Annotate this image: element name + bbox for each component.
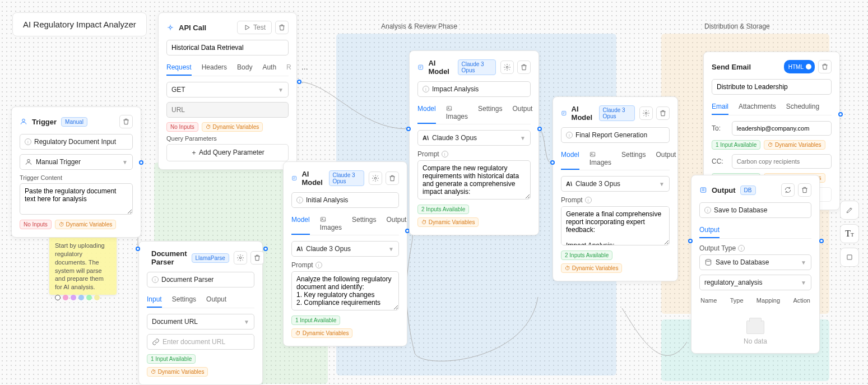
tab-model[interactable]: Model <box>417 101 436 124</box>
tab-input[interactable]: Input <box>147 292 162 308</box>
svg-point-4 <box>239 257 242 259</box>
ai1-delete-button[interactable] <box>386 171 399 185</box>
tab-headers[interactable]: Headers <box>202 60 227 76</box>
ai2-settings-button[interactable] <box>500 61 514 74</box>
tab-settings[interactable]: Settings <box>621 147 646 170</box>
tab-email[interactable]: Email <box>712 99 728 115</box>
parser-name-input[interactable]: iDocument Parser <box>147 272 254 287</box>
api-method-select[interactable]: GET▼ <box>166 82 289 98</box>
tab-output[interactable]: Output <box>656 147 676 170</box>
ai2-prompt-textarea[interactable] <box>417 160 531 200</box>
ai3-prompt-textarea[interactable] <box>561 206 670 245</box>
tab-r[interactable]: R <box>286 60 291 76</box>
dyn-vars-tag[interactable]: ⏱ Dynamic Variables <box>561 263 622 273</box>
ai3-name-input[interactable]: iFinal Report Generation <box>561 127 670 143</box>
ai1-model-select[interactable]: A\Claude 3 Opus ▼ <box>291 241 399 257</box>
api-card[interactable]: API Call Test Request Headers Body Auth … <box>158 12 297 170</box>
ai3-card[interactable]: AI Model Claude 3 Opus iFinal Report Gen… <box>553 96 678 281</box>
ai3-settings-button[interactable] <box>639 106 653 120</box>
cc-input[interactable] <box>732 154 832 169</box>
email-output-port[interactable] <box>838 112 843 117</box>
tab-output[interactable]: Output <box>206 292 226 308</box>
add-query-button[interactable]: ＋ Add Query Parameter <box>166 144 289 161</box>
tab-settings[interactable]: Settings <box>352 212 376 235</box>
tab-scheduling[interactable]: Scheduling <box>786 99 819 115</box>
to-input[interactable] <box>732 121 832 136</box>
dyn-vars-tag[interactable]: ⏱ Dynamic Variables <box>202 122 263 132</box>
api-url-input[interactable] <box>166 102 289 118</box>
parser-output-port[interactable] <box>263 247 268 251</box>
html-toggle[interactable]: HTML <box>784 60 815 73</box>
output-input-port[interactable] <box>688 239 693 243</box>
output-type-select[interactable]: Save to Database ▼ <box>699 254 811 270</box>
ai1-prompt-textarea[interactable] <box>291 271 399 310</box>
tab-images[interactable]: Images <box>590 147 611 170</box>
ai2-input-port[interactable] <box>406 127 411 131</box>
parser-input-port[interactable] <box>136 247 140 251</box>
tab-body[interactable]: Body <box>237 60 252 76</box>
dyn-vars-tag[interactable]: ⏱ Dynamic Variables <box>417 217 479 227</box>
output-type-label: Output Type <box>699 244 736 252</box>
link-icon <box>152 338 160 346</box>
tab-more[interactable]: … <box>301 60 308 76</box>
tab-settings[interactable]: Settings <box>478 101 502 124</box>
user-icon <box>25 158 33 166</box>
dyn-vars-tag[interactable]: ⏱ Dynamic Variables <box>291 328 352 338</box>
parser-delete-button[interactable] <box>250 251 264 265</box>
ai2-name-input[interactable]: iImpact Analysis <box>417 81 531 97</box>
edit-tool-button[interactable] <box>840 201 859 220</box>
ai2-delete-button[interactable] <box>517 61 531 74</box>
api-name-input[interactable] <box>166 40 289 55</box>
ai1-name-input[interactable]: iInitial Analysis <box>291 192 399 208</box>
output-output-port[interactable] <box>819 239 824 243</box>
output-card[interactable]: Output DB iSave to Database Output Outpu… <box>691 175 820 354</box>
sticky-note[interactable]: Start by uploading regulatory documents.… <box>49 236 117 295</box>
parser-url-input[interactable]: Enter document URL <box>147 334 254 350</box>
dyn-vars-tag[interactable]: ⏱ Dynamic Variables <box>55 220 116 229</box>
trigger-card[interactable]: Trigger Manual iRegulatory Document Inpu… <box>11 106 141 238</box>
trigger-type-select[interactable]: Manual Trigger ▼ <box>20 154 133 170</box>
ai2-card[interactable]: AI Model Claude 3 Opus iImpact Analysis … <box>409 50 539 235</box>
api-delete-button[interactable] <box>275 21 289 34</box>
sticky-color-dots[interactable] <box>55 295 111 300</box>
tab-output[interactable]: Output <box>512 101 532 124</box>
tab-output[interactable]: Output <box>386 212 406 235</box>
ai2-model-select[interactable]: A\Claude 3 Opus ▼ <box>417 130 531 146</box>
parser-input-select[interactable]: Document URL▼ <box>147 314 254 330</box>
ai3-model-select[interactable]: A\Claude 3 Opus ▼ <box>561 176 670 192</box>
tab-model[interactable]: Model <box>291 212 310 235</box>
api-test-button[interactable]: Test <box>237 21 272 34</box>
dyn-vars-tag[interactable]: ⏱ Dynamic Variables <box>147 367 208 377</box>
output-name-input[interactable]: iSave to Database <box>699 202 811 218</box>
tab-model[interactable]: Model <box>561 147 579 170</box>
tab-auth[interactable]: Auth <box>262 60 276 76</box>
parser-card[interactable]: Document Parser LlamaParse iDocument Par… <box>138 241 263 385</box>
output-delete-button[interactable] <box>798 183 811 197</box>
output-refresh-button[interactable] <box>781 183 795 197</box>
tab-images[interactable]: Images <box>320 212 342 235</box>
sticky-note-text: Start by uploading regulatory documents.… <box>55 242 111 291</box>
trigger-output-port[interactable] <box>139 160 143 165</box>
trigger-content-textarea[interactable] <box>20 183 133 215</box>
tab-images[interactable]: Images <box>446 101 468 124</box>
tab-settings[interactable]: Settings <box>172 292 196 308</box>
tab-attachments[interactable]: Attachments <box>739 99 776 115</box>
text-tool-button[interactable]: TT <box>840 224 859 243</box>
tab-output[interactable]: Output <box>699 222 720 238</box>
ai3-delete-button[interactable] <box>656 106 670 120</box>
email-delete-button[interactable] <box>818 60 832 73</box>
api-output-port[interactable] <box>297 80 301 84</box>
ai2-output-port[interactable] <box>537 127 542 131</box>
trigger-name-input[interactable]: iRegulatory Document Input <box>20 134 133 150</box>
tab-request[interactable]: Request <box>166 60 192 76</box>
ai3-input-port[interactable] <box>550 160 555 165</box>
trigger-delete-button[interactable] <box>119 115 133 128</box>
gear-icon <box>372 174 379 182</box>
output-table-select[interactable]: regulatory_analysis▼ <box>699 275 811 290</box>
ai1-settings-button[interactable] <box>369 171 382 185</box>
dyn-vars-tag[interactable]: ⏱ Dynamic Variables <box>764 140 825 150</box>
email-name-input[interactable] <box>712 79 832 95</box>
shape-tool-button[interactable] <box>840 248 859 267</box>
ai1-card[interactable]: AI Model Claude 3 Opus iInitial Analysis… <box>283 161 407 346</box>
parser-settings-button[interactable] <box>234 251 247 265</box>
